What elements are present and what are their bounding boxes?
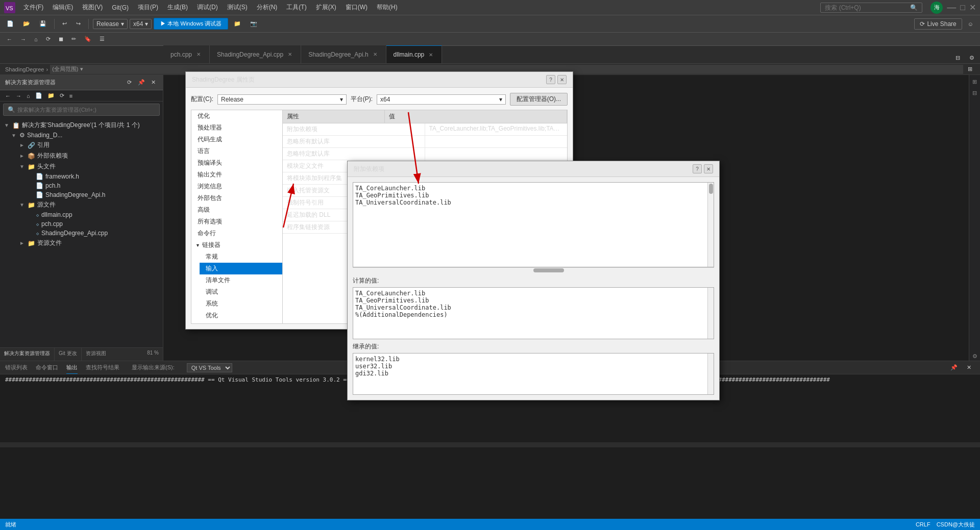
- close-btn[interactable]: ✕: [969, 3, 976, 12]
- addl-dep-close-btn[interactable]: ✕: [704, 164, 713, 173]
- tree-external-deps[interactable]: ► 📦 外部依赖项: [0, 150, 163, 161]
- toolbar2-edit-btn[interactable]: ✏: [68, 34, 80, 44]
- output-pin-btn[interactable]: 📌: [947, 363, 961, 372]
- sidebar-refresh-btn[interactable]: ⟳: [58, 91, 66, 100]
- prop-cat-linker-optimize[interactable]: 优化: [200, 310, 282, 321]
- tree-solution[interactable]: ▼ 📋 解决方案'ShadingDegree'(1 个项目/共 1 个): [0, 120, 163, 131]
- save-btn[interactable]: 💾: [36, 18, 50, 29]
- config-dropdown[interactable]: Release ▾: [93, 19, 128, 29]
- live-share-btn[interactable]: ⟳ Live Share: [914, 18, 962, 30]
- prop-cat-cmdline[interactable]: 命令行: [191, 228, 282, 239]
- redo-btn[interactable]: ↪: [72, 18, 84, 29]
- prop-row-1[interactable]: 忽略所有默认库: [283, 136, 567, 148]
- sidebar-search-input[interactable]: [17, 107, 155, 113]
- tree-resources-folder[interactable]: ► 📁 资源文件: [0, 238, 163, 248]
- right-panel-btn-1[interactable]: ⊞: [970, 77, 979, 86]
- toolbar2-bookmark-btn[interactable]: ☰: [96, 34, 108, 44]
- menu-analyze[interactable]: 分析(N): [253, 1, 282, 14]
- tree-references[interactable]: ► 🔗 引用: [0, 140, 163, 150]
- prop-cat-allopts[interactable]: 所有选项: [191, 216, 282, 228]
- right-panel-btn-bottom[interactable]: ⚙: [970, 351, 979, 361]
- tab-new-vertical-btn[interactable]: ⊟: [952, 53, 964, 63]
- menu-view[interactable]: 视图(V): [78, 1, 107, 14]
- sidebar-tab-git[interactable]: Git 更改: [55, 348, 82, 361]
- config-dropdown-dialog[interactable]: Release ▾: [217, 94, 347, 105]
- toolbar2-home-btn[interactable]: ⌂: [31, 34, 41, 44]
- toolbar2-stop-btn[interactable]: ◼: [55, 34, 67, 44]
- menu-test[interactable]: 测试(S): [223, 1, 252, 14]
- tab-pch-cpp[interactable]: pch.cpp ✕: [163, 45, 210, 63]
- properties-help-btn[interactable]: ?: [546, 75, 555, 84]
- minimize-btn[interactable]: —: [947, 2, 956, 13]
- config-manager-btn[interactable]: 配置管理器(O)...: [510, 93, 568, 106]
- global-search-box[interactable]: 🔍: [820, 3, 922, 13]
- output-source-select[interactable]: Qt VS Tools: [187, 363, 232, 372]
- output-scrollbar-h[interactable]: [0, 442, 980, 447]
- inherited-scrollbar[interactable]: [707, 354, 714, 394]
- line-ending[interactable]: CRLF: [916, 521, 930, 527]
- menu-tools[interactable]: 工具(T): [282, 1, 310, 14]
- prop-cat-linker-input[interactable]: 输入: [200, 263, 282, 274]
- properties-close-btn[interactable]: ✕: [557, 75, 567, 84]
- prop-cat-pch[interactable]: 预编译头: [191, 157, 282, 169]
- sidebar-new-file-btn[interactable]: 📄: [33, 91, 44, 100]
- run-debugger-btn[interactable]: ▶ 本地 Windows 调试器: [154, 18, 228, 30]
- tab-pch-cpp-close[interactable]: ✕: [195, 51, 202, 58]
- arch-dropdown[interactable]: x64 ▾: [130, 19, 152, 29]
- prop-cat-linker-general[interactable]: 常规: [200, 251, 282, 263]
- menu-file[interactable]: 文件(F): [19, 1, 47, 14]
- sidebar-back-btn[interactable]: ←: [3, 92, 13, 100]
- menu-build[interactable]: 生成(B): [163, 1, 192, 14]
- output-tab-output[interactable]: 输出: [66, 362, 78, 374]
- tree-shadingdegree-api-cpp[interactable]: ⬦ ShadingDegree_Api.cpp: [0, 229, 163, 238]
- breadcrumb-dropdown-icon[interactable]: ▾: [80, 66, 83, 72]
- tree-headers-folder[interactable]: ▼ 📁 头文件: [0, 161, 163, 172]
- tab-api-cpp[interactable]: ShadingDegree_Api.cpp ✕: [210, 45, 301, 63]
- addl-scrollbar-h[interactable]: [353, 267, 714, 273]
- right-panel-btn-2[interactable]: ⊟: [970, 88, 979, 97]
- tree-pch-cpp[interactable]: ⬦ pch.cpp: [0, 219, 163, 229]
- tree-framework-h[interactable]: 📄 framework.h: [0, 172, 163, 181]
- prop-row-0[interactable]: 附加依赖项 TA_CoreLauncher.lib;TA_GeoPrimitiv…: [283, 123, 567, 136]
- tab-api-h-close[interactable]: ✕: [372, 51, 379, 58]
- prop-row-2[interactable]: 忽略特定默认库: [283, 148, 567, 160]
- prop-cat-linker-system[interactable]: 系统: [200, 298, 282, 310]
- sidebar-tab-solution[interactable]: 解决方案资源管理器: [0, 348, 55, 361]
- tree-shadingdegree-api-h[interactable]: 📄 ShadingDegree_Api.h: [0, 190, 163, 199]
- prop-cat-external[interactable]: 外部包含: [191, 192, 282, 204]
- open-folder-btn[interactable]: 📁: [230, 18, 244, 29]
- tab-api-cpp-close[interactable]: ✕: [286, 51, 293, 58]
- prop-cat-language[interactable]: 语言: [191, 145, 282, 157]
- menu-extensions[interactable]: 扩展(X): [312, 1, 340, 14]
- tab-dllmain-cpp-close[interactable]: ✕: [427, 52, 434, 58]
- maximize-btn[interactable]: □: [960, 3, 965, 12]
- sidebar-tab-resource[interactable]: 资源视图: [82, 348, 110, 361]
- prop-cat-browse[interactable]: 浏览信息: [191, 181, 282, 192]
- toolbar2-forward-btn[interactable]: →: [17, 34, 30, 44]
- tab-dllmain-cpp[interactable]: dllmain.cpp ✕: [386, 45, 443, 63]
- feedback-btn[interactable]: ☺: [964, 19, 977, 29]
- tree-pch-h[interactable]: 📄 pch.h: [0, 181, 163, 190]
- tree-project[interactable]: ▼ ⚙ Shading_D...: [0, 131, 163, 140]
- camera-btn[interactable]: 📷: [247, 18, 261, 29]
- new-file-btn[interactable]: 📄: [3, 18, 17, 29]
- prop-cat-preprocessor[interactable]: 预处理器: [191, 122, 282, 134]
- menu-help[interactable]: 帮助(H): [373, 1, 402, 14]
- menu-debug[interactable]: 调试(D): [193, 1, 222, 14]
- undo-btn[interactable]: ↩: [59, 18, 70, 29]
- sidebar-filter-btn[interactable]: ≡: [67, 92, 75, 100]
- tab-api-h[interactable]: ShadingDegree_Api.h ✕: [301, 45, 386, 63]
- split-editor-btn[interactable]: ⊞: [965, 65, 975, 74]
- output-tab-command[interactable]: 命令窗口: [36, 362, 58, 373]
- addl-dep-dialog[interactable]: 附加依赖项 ? ✕ TA_CoreLauncher.lib TA_GeoPrim…: [347, 161, 720, 400]
- sidebar-new-folder-btn[interactable]: 📁: [45, 91, 57, 100]
- computed-scrollbar[interactable]: [707, 288, 714, 339]
- toolbar2-find-btn[interactable]: 🔖: [81, 34, 95, 44]
- search-input[interactable]: [825, 4, 910, 11]
- menu-edit[interactable]: 编辑(E): [48, 1, 77, 14]
- menu-git[interactable]: Git(G): [108, 2, 133, 13]
- prop-cat-output[interactable]: 输出文件: [191, 169, 282, 181]
- sidebar-home-btn[interactable]: ⌂: [24, 92, 32, 100]
- platform-dropdown-dialog[interactable]: x64 ▾: [377, 94, 506, 105]
- tab-settings-btn[interactable]: ⚙: [966, 53, 978, 63]
